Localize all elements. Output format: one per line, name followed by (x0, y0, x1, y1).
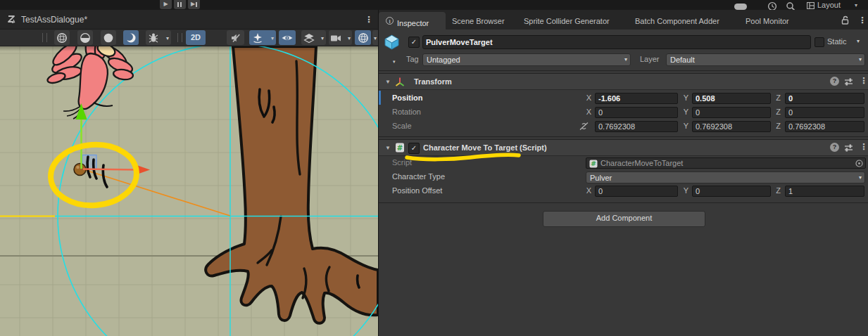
position-x-field[interactable]: -1.606 (595, 93, 678, 104)
cloud-collab-icon[interactable] (734, 4, 747, 10)
layers-caret-icon: ▾ (321, 36, 324, 41)
static-caret-icon[interactable]: ▾ (857, 38, 860, 44)
script-kebab-icon[interactable]: ⋮ (860, 143, 868, 151)
layers-button[interactable]: ▾ (301, 30, 326, 45)
rotation-x-field[interactable]: 0 (595, 107, 678, 118)
half-sphere-icon (80, 32, 91, 44)
step-button[interactable]: ▶ (188, 0, 200, 9)
x-axis-arrow[interactable] (83, 169, 138, 170)
main-toolbar: ▶ ▶ Layout ▾ (0, 0, 868, 10)
solid-sphere-icon (103, 32, 114, 44)
prefab-override-bar (379, 91, 381, 105)
unity-editor-window: ▶ ▶ Layout ▾ TestAssDialogue* ⋮ (0, 0, 868, 336)
inspector-tabstrip: i Inspector Scene Browser Sprite Collide… (379, 10, 868, 30)
scale-z-field[interactable]: 0.7692308 (785, 121, 864, 132)
character-type-dropdown[interactable]: Pulver ▾ (586, 172, 865, 183)
shading-solid-button[interactable] (101, 30, 116, 45)
gizmos-button[interactable] (355, 30, 371, 45)
script-object-field[interactable]: # CharacterMoveToTarget (586, 157, 866, 169)
offset-y-field[interactable]: 0 (692, 186, 771, 197)
tab-scene-browser[interactable]: Scene Browser (452, 17, 505, 25)
script-field-label: Script (392, 158, 412, 167)
presets-icon[interactable] (844, 77, 853, 86)
bug-icon (149, 32, 158, 44)
scene-window-titlebar: TestAssDialogue* ⋮ (0, 10, 378, 30)
transform-icon (395, 77, 405, 86)
position-z-field[interactable]: 0 (785, 93, 864, 104)
audio-mute-button[interactable] (227, 30, 244, 45)
svg-text:#: # (591, 160, 596, 167)
script-component-header[interactable]: ▼ # ✓ Character Move To Target (Script) … (379, 139, 868, 156)
scale-link-icon[interactable] (579, 122, 589, 131)
speaker-muted-icon (230, 32, 241, 43)
scale-label: Scale (392, 122, 412, 130)
script-enabled-checkbox[interactable]: ✓ (408, 143, 420, 154)
play-icon: ▶ (160, 1, 172, 8)
svg-text:#: # (397, 144, 403, 152)
offset-x-field[interactable]: 0 (595, 186, 678, 197)
gameobject-name-field[interactable]: PulverMoveTarget (422, 35, 811, 49)
layout-dropdown[interactable]: Layout (817, 1, 841, 9)
debug-bug-button[interactable]: ▾ (146, 30, 171, 45)
help-icon[interactable]: ? (830, 143, 839, 152)
effects-button[interactable]: ▾ (249, 30, 276, 45)
bug-caret-icon: ▾ (166, 36, 169, 41)
character-type-caret-icon: ▾ (859, 172, 862, 183)
foldout-icon[interactable]: ▼ (385, 79, 391, 85)
offset-z-field[interactable]: 1 (785, 186, 864, 197)
transform-kebab-icon[interactable]: ⋮ (860, 77, 868, 85)
scene-tab-title[interactable]: TestAssDialogue* (21, 15, 87, 25)
inspector-menu-kebab-icon[interactable]: ⋮ (858, 16, 867, 25)
tag-caret-icon: ▾ (624, 54, 627, 65)
layer-caret-icon: ▾ (859, 54, 862, 65)
rotation-y-field[interactable]: 0 (692, 107, 771, 118)
tag-dropdown[interactable]: Untagged ▾ (422, 53, 631, 66)
layout-grid-icon (807, 2, 814, 9)
visibility-button[interactable] (279, 30, 296, 45)
csharp-script-icon: # (589, 160, 598, 168)
transform-header[interactable]: ▼ Transform ? ⋮ (379, 73, 868, 90)
sparkle-effects-icon (253, 32, 263, 43)
scale-y-field[interactable]: 0.7692308 (692, 121, 771, 132)
pause-button[interactable] (174, 0, 186, 9)
layout-caret-icon[interactable]: ▾ (855, 2, 857, 8)
layer-dropdown[interactable]: Default ▾ (666, 53, 865, 66)
camera-button[interactable]: ▾ (329, 30, 352, 45)
history-clock-icon[interactable] (767, 1, 777, 10)
scene-tab-icon (6, 14, 18, 25)
camera-icon (331, 33, 341, 42)
tag-label: Tag (406, 55, 419, 63)
gameobject-active-checkbox[interactable]: ✓ (408, 37, 420, 48)
position-label: Position (392, 93, 422, 102)
tab-pool-monitor[interactable]: Pool Monitor (746, 17, 789, 25)
tab-sprite-collider-generator[interactable]: Sprite Collider Generator (524, 17, 610, 25)
search-icon[interactable] (786, 1, 795, 10)
play-button[interactable]: ▶ (160, 0, 172, 9)
position-y-field[interactable]: 0.508 (692, 93, 771, 104)
gameobject-cube-icon (384, 34, 400, 50)
add-component-button[interactable]: Add Component (543, 211, 705, 227)
help-icon[interactable]: ? (830, 77, 839, 86)
presets-icon[interactable] (844, 143, 853, 152)
tab-inspector[interactable]: i Inspector (379, 12, 446, 30)
scene-menu-kebab-icon[interactable]: ⋮ (365, 15, 373, 24)
shading-wireframe-button[interactable] (54, 30, 70, 45)
csharp-script-icon: # (395, 143, 405, 153)
static-label: Static (827, 37, 847, 46)
object-picker-icon[interactable] (855, 160, 863, 167)
tab-batch-component-adder[interactable]: Batch Component Adder (635, 17, 719, 25)
gizmo-sphere-icon (358, 32, 369, 44)
foldout-icon[interactable]: ▼ (385, 145, 391, 151)
static-checkbox[interactable] (814, 37, 824, 47)
gameobject-icon-caret[interactable]: ▾ (393, 59, 396, 65)
scale-x-field[interactable]: 0.7692308 (595, 121, 678, 132)
shading-crescent-button[interactable] (123, 30, 139, 45)
scene-viewport[interactable] (0, 46, 378, 336)
rotation-z-field[interactable]: 0 (785, 107, 864, 118)
lock-icon[interactable] (841, 15, 850, 25)
toolbar-grip[interactable] (42, 33, 47, 42)
layer-label: Layer (640, 55, 660, 63)
toolbar-grip[interactable] (177, 33, 182, 42)
mode-2d-button[interactable]: 2D (186, 30, 206, 45)
shading-shaded-wire-button[interactable] (77, 30, 93, 45)
